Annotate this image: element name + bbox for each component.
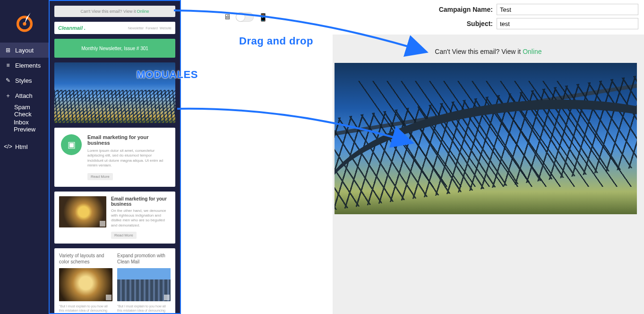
grid-icon: ⊞ <box>5 47 11 53</box>
rail-label: Layout <box>15 47 34 54</box>
preview-switch[interactable] <box>236 12 254 22</box>
rail-elements[interactable]: ≡Elements <box>0 58 49 73</box>
subject-input[interactable] <box>497 18 638 29</box>
thumb-tunnel <box>59 196 106 227</box>
rail-html[interactable]: </>Html <box>0 139 49 154</box>
module-two-column[interactable]: Variety of layouts and color schemes "Bu… <box>54 248 175 314</box>
campaign-name-label: Campaign Name: <box>431 6 493 13</box>
read-more-button[interactable]: Read More <box>111 232 137 239</box>
module-view-online[interactable]: Can't View this email? View it Online <box>54 6 175 17</box>
online-link[interactable]: Online <box>523 48 541 55</box>
rail-label: Styles <box>15 77 32 84</box>
rail-label: Attach <box>15 92 33 99</box>
preview-view-online: Can't View this email? View it Online <box>333 35 644 63</box>
module-feature-card[interactable]: ▣ Email marketing for your business Lore… <box>54 128 175 187</box>
campaign-name-input[interactable] <box>497 4 638 15</box>
top-bar: 🖥 📱 Campaign Name: Subject: <box>181 0 644 32</box>
col-body: "But I must explain to you how all this … <box>117 304 171 314</box>
sidebar-rail: ⊞Layout ≡Elements ✎Styles ＋Attach Spam C… <box>0 0 49 314</box>
card-title: Email marketing for your business <box>111 196 171 207</box>
brand-text: Cleanmail . <box>58 25 86 31</box>
thumb-buildings <box>117 268 171 301</box>
preview-hero-image[interactable] <box>335 63 637 214</box>
module-header-brand[interactable]: Cleanmail . NewsletterForwardWebsite <box>54 22 175 34</box>
canvas-area: 🖥 📱 Campaign Name: Subject: Can't View t… <box>181 0 644 314</box>
rail-inbox-preview[interactable]: Inbox Preview <box>0 118 49 133</box>
read-more-button[interactable]: Read More <box>87 173 113 180</box>
module-title-bar[interactable]: Monthly Newsletter, Issue # 301 <box>54 39 175 58</box>
rail-layout[interactable]: ⊞Layout <box>0 43 49 58</box>
col-body: "But I must explain to you how all this … <box>59 304 112 314</box>
rail-label: Spam Check <box>14 104 44 118</box>
card-body: On the other hand, we denounce with righ… <box>111 209 171 228</box>
rail-styles[interactable]: ✎Styles <box>0 73 49 88</box>
preview-area[interactable]: Can't View this email? View it Online <box>333 35 644 314</box>
rail-label: Inbox Preview <box>14 119 44 133</box>
briefcase-icon: ▣ <box>61 134 82 155</box>
subject-label: Subject: <box>431 20 493 27</box>
plus-icon: ＋ <box>5 92 11 100</box>
rail-label: Html <box>15 143 28 150</box>
module-image-text[interactable]: Email marketing for your business On the… <box>54 192 175 244</box>
module-hero-image[interactable] <box>54 62 175 123</box>
mobile-icon[interactable]: 📱 <box>258 13 268 22</box>
code-icon: </> <box>5 143 11 150</box>
rail-spam-check[interactable]: Spam Check <box>0 103 49 118</box>
module-panel: Can't View this email? View it Online Cl… <box>49 0 181 314</box>
thumb-station <box>59 268 112 301</box>
card-body: Lorem ipsum dolor sit amet, consectetur … <box>87 148 169 168</box>
col-title: Expand promotion with Clean Mail <box>117 253 171 265</box>
card-title: Email marketing for your business <box>87 134 169 146</box>
list-icon: ≡ <box>5 62 11 69</box>
brush-icon: ✎ <box>5 77 11 84</box>
col-title: Variety of layouts and color schemes <box>59 253 112 265</box>
app-logo <box>0 0 49 43</box>
device-toggle: 🖥 📱 <box>223 12 268 22</box>
rail-label: Elements <box>15 62 41 69</box>
desktop-icon[interactable]: 🖥 <box>223 13 231 21</box>
rail-attach[interactable]: ＋Attach <box>0 88 49 103</box>
